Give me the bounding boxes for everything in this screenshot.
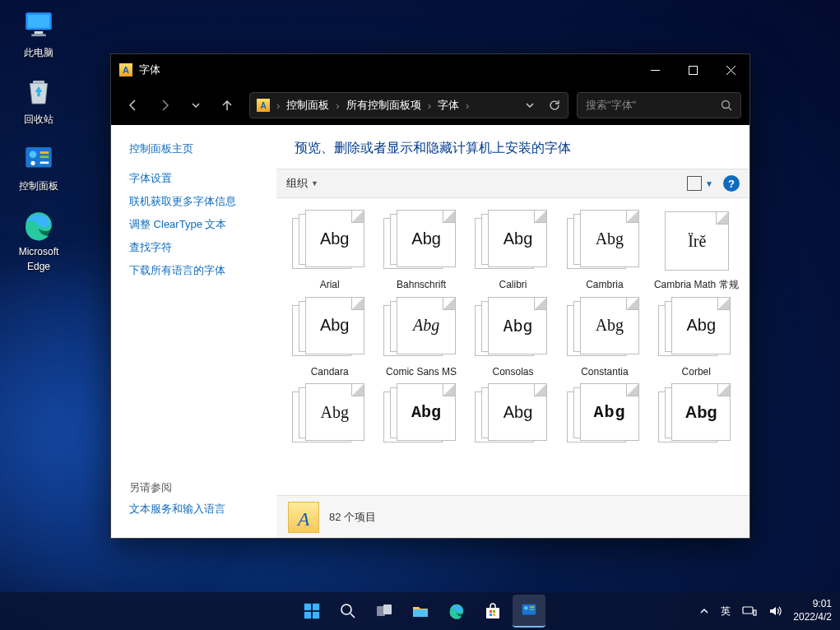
svg-rect-31 — [490, 614, 492, 616]
network-icon[interactable] — [742, 605, 757, 617]
address-bar[interactable]: A › 控制面板 › 所有控制面板项 › 字体 › — [249, 92, 569, 118]
breadcrumb-separator: › — [466, 100, 469, 112]
forward-button[interactable] — [151, 91, 179, 119]
view-dropdown-icon[interactable]: ▼ — [705, 179, 713, 188]
chevron-down-icon[interactable] — [525, 100, 535, 110]
font-item[interactable]: AbgCorbel — [652, 297, 741, 379]
font-thumbnail: Abg — [292, 210, 368, 274]
taskbar-store[interactable] — [476, 595, 509, 628]
desktop-icon-label: Edge — [27, 261, 50, 272]
font-label: Comic Sans MS — [386, 366, 457, 379]
svg-rect-21 — [312, 612, 318, 618]
desktop-icon-label: 回收站 — [24, 113, 53, 127]
start-button[interactable] — [295, 595, 328, 628]
search-icon — [340, 603, 356, 619]
font-item[interactable]: AbgCambria — [559, 210, 649, 292]
sidebar-link-download-all[interactable]: 下载所有语言的字体 — [129, 263, 276, 278]
desktop-icon-edge[interactable]: Microsoft Edge — [7, 208, 71, 272]
svg-rect-8 — [40, 156, 49, 159]
sidebar-home-link[interactable]: 控制面板主页 — [129, 141, 276, 156]
font-label: Candara — [311, 366, 349, 379]
font-thumbnail: Abg — [567, 383, 643, 447]
sidebar-link-get-more-fonts[interactable]: 联机获取更多字体信息 — [129, 194, 276, 209]
search-placeholder: 搜索"字体" — [586, 98, 636, 113]
window-title: 字体 — [139, 63, 636, 77]
font-list-scroll[interactable]: AbgArialAbgBahnschriftAbgCalibriAbgCambr… — [276, 198, 750, 495]
tray-ime[interactable]: 英 — [721, 605, 731, 618]
taskbar-explorer[interactable] — [404, 595, 437, 628]
location-icon: A — [257, 99, 270, 112]
taskbar-edge[interactable] — [440, 595, 473, 628]
title-bar[interactable]: A 字体 — [111, 54, 750, 86]
recycle-bin-icon — [21, 75, 56, 109]
font-item[interactable]: Abg — [468, 383, 558, 452]
tray-clock[interactable]: 9:01 2022/4/2 — [793, 598, 832, 623]
taskbar-search[interactable] — [332, 595, 364, 628]
arrow-up-icon — [220, 99, 234, 112]
desktop-icon-label: Microsoft — [19, 246, 59, 257]
view-button[interactable] — [687, 176, 702, 191]
font-thumbnail: Ïrě — [658, 210, 734, 274]
minimize-button[interactable] — [636, 54, 674, 86]
svg-rect-30 — [493, 610, 495, 613]
font-item[interactable]: AbgCalibri — [468, 210, 558, 292]
desktop-icon-label: 控制面板 — [19, 179, 58, 193]
taskbar[interactable]: 英 9:01 2022/4/2 — [0, 592, 840, 630]
font-item[interactable]: AbgConsolas — [468, 297, 558, 379]
svg-rect-13 — [689, 66, 697, 74]
back-button[interactable] — [119, 91, 147, 119]
font-thumbnail: Abg — [292, 297, 368, 361]
sidebar-link-find-char[interactable]: 查找字符 — [129, 240, 276, 255]
tray-date: 2022/4/2 — [793, 611, 832, 624]
sidebar-link-text-services[interactable]: 文本服务和输入语言 — [129, 502, 276, 517]
svg-point-22 — [341, 605, 351, 614]
sidebar-link-font-settings[interactable]: 字体设置 — [129, 171, 276, 186]
chevron-up-icon[interactable] — [699, 606, 709, 616]
font-item[interactable]: Abg — [559, 383, 649, 452]
font-thumbnail: Abg — [658, 383, 734, 447]
font-item[interactable]: AbgComic Sans MS — [376, 297, 466, 379]
taskview-icon — [375, 602, 393, 620]
taskbar-control-panel[interactable] — [513, 595, 545, 628]
font-item[interactable]: Abg — [376, 383, 466, 452]
taskbar-taskview[interactable] — [368, 595, 401, 628]
breadcrumb-all-items[interactable]: 所有控制面板项 — [346, 98, 421, 113]
minimize-icon — [651, 66, 660, 75]
font-thumbnail: Abg — [475, 297, 550, 361]
breadcrumb-control-panel[interactable]: 控制面板 — [286, 98, 329, 113]
font-item[interactable]: AbgBahnschrift — [376, 210, 466, 292]
svg-line-17 — [729, 108, 732, 111]
close-button[interactable] — [712, 54, 750, 86]
breadcrumb-fonts[interactable]: 字体 — [438, 98, 459, 113]
svg-rect-36 — [529, 609, 534, 609]
maximize-button[interactable] — [674, 54, 712, 86]
font-item[interactable]: ÏrěCambria Math 常规 — [652, 210, 741, 292]
chevron-down-icon: ▼ — [311, 179, 318, 188]
recent-button[interactable] — [182, 91, 210, 119]
font-item[interactable]: AbgArial — [285, 210, 374, 292]
desktop-icon-recycle-bin[interactable]: 回收站 — [7, 75, 71, 127]
edge-icon — [21, 208, 56, 243]
breadcrumb-separator: › — [428, 100, 431, 112]
desktop-icon-control-panel[interactable]: 控制面板 — [7, 141, 71, 193]
organize-button[interactable]: 组织 ▼ — [286, 176, 318, 191]
desktop-icon-this-pc[interactable]: 此电脑 — [7, 8, 71, 60]
font-item[interactable]: AbgCandara — [285, 297, 374, 379]
tray-time: 9:01 — [793, 598, 832, 611]
refresh-icon[interactable] — [548, 99, 561, 112]
up-button[interactable] — [213, 91, 241, 119]
help-button[interactable]: ? — [723, 175, 740, 192]
font-item[interactable]: Abg — [285, 383, 374, 452]
sidebar-link-cleartype[interactable]: 调整 ClearType 文本 — [129, 217, 276, 232]
svg-point-16 — [722, 101, 730, 109]
main-panel: 预览、删除或者显示和隐藏计算机上安装的字体 组织 ▼ ▼ ? AbgArialA… — [276, 125, 750, 538]
font-item[interactable]: Abg — [652, 383, 741, 452]
navigation-bar: A › 控制面板 › 所有控制面板项 › 字体 › 搜索"字体" — [111, 86, 750, 125]
svg-rect-37 — [743, 607, 753, 614]
svg-rect-10 — [40, 162, 49, 164]
search-box[interactable]: 搜索"字体" — [577, 92, 741, 118]
folder-icon — [411, 602, 429, 620]
volume-icon[interactable] — [768, 605, 782, 618]
font-item[interactable]: AbgConstantia — [559, 297, 649, 379]
page-heading: 预览、删除或者显示和隐藏计算机上安装的字体 — [276, 125, 750, 169]
